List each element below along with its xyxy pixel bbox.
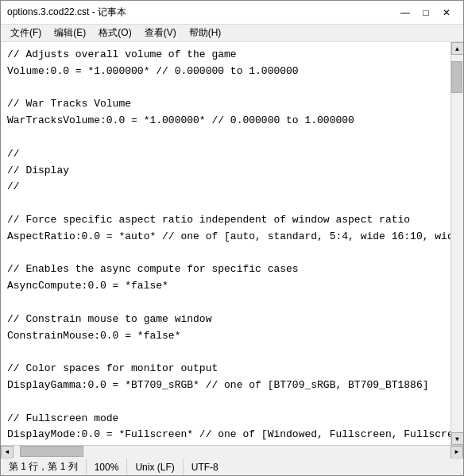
menu-file[interactable]: 文件(F) — [4, 25, 48, 42]
scroll-down-button[interactable]: ▼ — [451, 432, 464, 445]
scroll-left-button[interactable]: ◄ — [1, 446, 14, 459]
scroll-thumb-horizontal[interactable] — [20, 446, 83, 457]
scroll-right-button[interactable]: ► — [450, 446, 463, 459]
menu-format[interactable]: 格式(O) — [92, 25, 137, 42]
title-bar: options.3.cod22.cst - 记事本 — □ ✕ — [1, 1, 463, 25]
scroll-track-horizontal — [14, 446, 450, 459]
text-editor[interactable]: // Adjusts overall volume of the game Vo… — [1, 42, 450, 445]
vertical-scrollbar[interactable]: ▲ ▼ — [450, 42, 463, 445]
scroll-track-vertical — [451, 55, 464, 432]
menu-edit[interactable]: 编辑(E) — [48, 25, 92, 42]
menu-help[interactable]: 帮助(H) — [183, 25, 228, 42]
encoding-label: UTF-8 — [191, 462, 218, 473]
notepad-window: options.3.cod22.cst - 记事本 — □ ✕ 文件(F) 编辑… — [0, 0, 464, 476]
menu-view[interactable]: 查看(V) — [138, 25, 183, 42]
line-ending-label: Unix (LF) — [135, 462, 174, 473]
window-title: options.3.cod22.cst - 记事本 — [7, 6, 126, 19]
encoding: UTF-8 — [184, 459, 226, 475]
content-area: // Adjusts overall volume of the game Vo… — [1, 42, 463, 445]
maximize-button[interactable]: □ — [416, 4, 436, 21]
scroll-thumb-vertical[interactable] — [451, 61, 462, 93]
scroll-up-button[interactable]: ▲ — [451, 42, 464, 55]
zoom-label: 100% — [95, 462, 119, 473]
menu-bar: 文件(F) 编辑(E) 格式(O) 查看(V) 帮助(H) — [1, 25, 463, 42]
cursor-position: 第 1 行，第 1 列 — [1, 459, 87, 475]
horizontal-scrollbar[interactable]: ◄ ► — [1, 445, 463, 458]
close-button[interactable]: ✕ — [436, 4, 457, 21]
zoom-level: 100% — [87, 459, 128, 475]
title-bar-buttons: — □ ✕ — [395, 4, 457, 21]
line-ending: Unix (LF) — [127, 459, 183, 475]
minimize-button[interactable]: — — [395, 4, 416, 21]
status-bar: 第 1 行，第 1 列 100% Unix (LF) UTF-8 — [1, 458, 463, 475]
position-label: 第 1 行，第 1 列 — [9, 460, 78, 474]
